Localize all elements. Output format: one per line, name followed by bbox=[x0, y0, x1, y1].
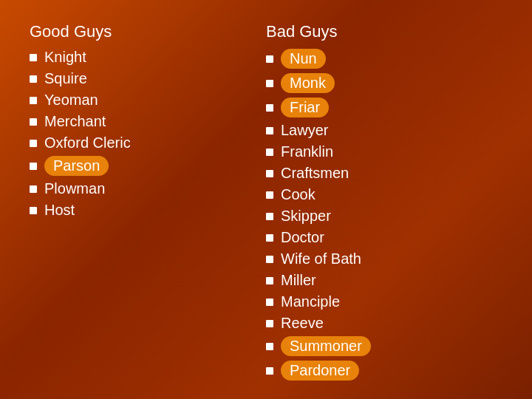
bullet-icon bbox=[266, 80, 273, 87]
bad-guys-column: Bad Guys NunMonkFriarLawyerFranklinCraft… bbox=[266, 22, 502, 385]
list-item: Nun bbox=[266, 49, 502, 69]
item-label: Manciple bbox=[281, 293, 340, 310]
list-item: Cook bbox=[266, 186, 502, 203]
list-item: Friar bbox=[266, 98, 502, 117]
item-label: Yeoman bbox=[44, 92, 98, 109]
bullet-icon bbox=[266, 343, 273, 350]
bullet-icon bbox=[266, 277, 273, 284]
bullet-icon bbox=[266, 256, 273, 263]
list-item: Yeoman bbox=[30, 92, 266, 109]
bullet-icon bbox=[266, 170, 273, 177]
bullet-icon bbox=[266, 320, 273, 327]
bullet-icon bbox=[30, 75, 37, 83]
list-item: Wife of Bath bbox=[266, 250, 502, 267]
bullet-icon bbox=[30, 207, 37, 214]
item-label: Cook bbox=[281, 186, 316, 203]
item-label: Lawyer bbox=[281, 122, 328, 139]
item-label: Nun bbox=[281, 49, 326, 69]
bullet-icon bbox=[30, 185, 37, 193]
bullet-icon bbox=[266, 55, 273, 63]
bullet-icon bbox=[266, 234, 273, 242]
bullet-icon bbox=[30, 97, 37, 104]
item-label: Wife of Bath bbox=[281, 250, 361, 267]
item-label: Pardoner bbox=[281, 361, 359, 381]
bullet-icon bbox=[30, 54, 37, 61]
item-label: Parson bbox=[44, 156, 109, 176]
item-label: Monk bbox=[281, 73, 335, 93]
item-label: Oxford Cleric bbox=[44, 134, 131, 151]
item-label: Franklin bbox=[281, 143, 333, 160]
list-item: Squire bbox=[30, 70, 266, 87]
item-label: Summoner bbox=[281, 336, 371, 356]
list-item: Doctor bbox=[266, 229, 502, 246]
item-label: Merchant bbox=[44, 113, 106, 130]
list-item: Craftsmen bbox=[266, 165, 502, 182]
bullet-icon bbox=[266, 213, 273, 220]
list-item: Knight bbox=[30, 49, 266, 66]
list-item: Miller bbox=[266, 272, 502, 289]
list-item: Monk bbox=[266, 73, 502, 93]
bullet-icon bbox=[266, 299, 273, 306]
main-content: Good Guys KnightSquireYeomanMerchantOxfo… bbox=[30, 22, 502, 385]
item-label: Skipper bbox=[281, 208, 331, 225]
list-item: Pardoner bbox=[266, 361, 502, 381]
list-item: Oxford Cleric bbox=[30, 134, 266, 151]
bullet-icon bbox=[30, 118, 37, 126]
good-guys-title: Good Guys bbox=[30, 22, 266, 41]
bullet-icon bbox=[266, 127, 273, 134]
item-label: Craftsmen bbox=[281, 165, 349, 182]
list-item: Merchant bbox=[30, 113, 266, 130]
list-item: Reeve bbox=[266, 315, 502, 332]
bullet-icon bbox=[266, 104, 273, 112]
bullet-icon bbox=[266, 367, 273, 375]
list-item: Parson bbox=[30, 156, 266, 176]
bullet-icon bbox=[30, 163, 37, 170]
bad-guys-title: Bad Guys bbox=[266, 22, 502, 41]
list-item: Manciple bbox=[266, 293, 502, 310]
item-label: Friar bbox=[281, 98, 329, 117]
item-label: Reeve bbox=[281, 315, 324, 332]
item-label: Doctor bbox=[281, 229, 324, 246]
good-guys-column: Good Guys KnightSquireYeomanMerchantOxfo… bbox=[30, 22, 266, 385]
good-guys-list: KnightSquireYeomanMerchantOxford ClericP… bbox=[30, 49, 266, 219]
item-label: Knight bbox=[44, 49, 86, 66]
item-label: Miller bbox=[281, 272, 316, 289]
list-item: Lawyer bbox=[266, 122, 502, 139]
item-label: Squire bbox=[44, 70, 87, 87]
list-item: Skipper bbox=[266, 208, 502, 225]
item-label: Host bbox=[44, 202, 75, 219]
list-item: Franklin bbox=[266, 143, 502, 160]
item-label: Plowman bbox=[44, 180, 105, 197]
bullet-icon bbox=[30, 140, 37, 147]
bullet-icon bbox=[266, 149, 273, 156]
bad-guys-list: NunMonkFriarLawyerFranklinCraftsmenCookS… bbox=[266, 49, 502, 381]
list-item: Plowman bbox=[30, 180, 266, 197]
list-item: Host bbox=[30, 202, 266, 219]
bullet-icon bbox=[266, 191, 273, 199]
list-item: Summoner bbox=[266, 336, 502, 356]
